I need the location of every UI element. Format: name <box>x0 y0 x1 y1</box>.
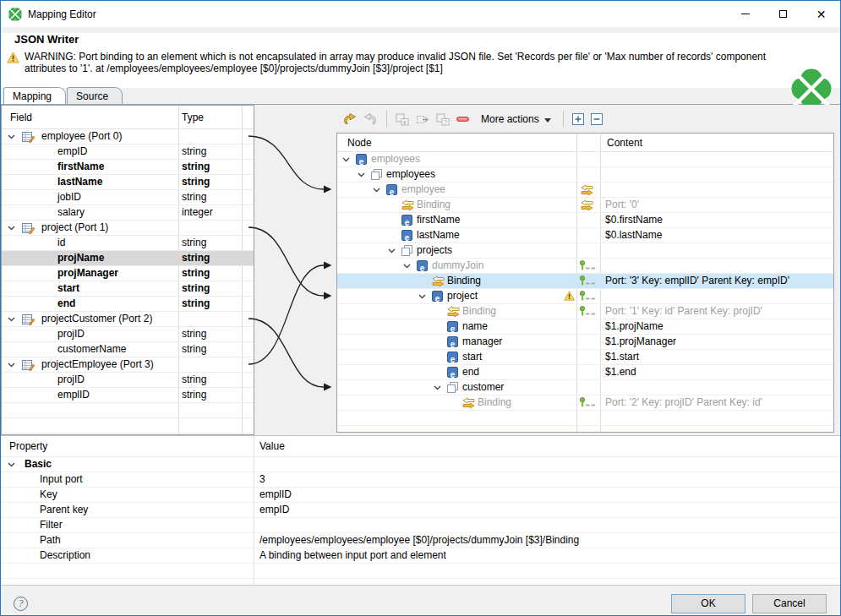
property-row[interactable]: Filter <box>1 518 840 533</box>
tree-row[interactable]: BindingPort: '2' Key: projID' Parent Key… <box>337 395 833 411</box>
empty-row <box>1 564 840 579</box>
more-actions-button[interactable]: More actions <box>476 113 554 125</box>
field-row[interactable]: idstring <box>2 236 254 251</box>
minimize-button[interactable] <box>726 1 764 27</box>
element-icon: e <box>447 321 458 332</box>
key-icon <box>579 260 599 271</box>
field-row[interactable]: salaryinteger <box>2 205 254 221</box>
chevron-down-icon[interactable] <box>8 226 15 231</box>
maximize-button[interactable] <box>764 1 802 27</box>
field-row[interactable]: customerNamestring <box>2 342 254 357</box>
port-row[interactable]: project (Port 1) <box>2 221 254 236</box>
chevron-down-icon[interactable] <box>418 294 426 299</box>
tree-row[interactable]: eproject <box>337 289 833 304</box>
chevron-down-icon[interactable] <box>388 248 396 253</box>
record-icon <box>22 222 35 235</box>
node-label: employees <box>386 167 435 182</box>
tree-row[interactable]: customer <box>337 380 833 395</box>
field-row[interactable]: projNamestring <box>2 251 254 266</box>
tree-row[interactable]: ename$1.projName <box>337 319 833 335</box>
tree-row[interactable]: eend$1.end <box>337 365 833 380</box>
arrowhead-icon <box>324 384 332 391</box>
chevron-down-icon[interactable] <box>8 363 15 368</box>
element-icon: e <box>447 352 458 363</box>
chevron-down-icon[interactable] <box>8 134 15 139</box>
dialog-footer: ? OK Cancel <box>1 585 840 616</box>
field-row[interactable]: projManagerstring <box>2 266 254 281</box>
tree-row[interactable]: estart$1.start <box>337 350 833 365</box>
key-icon <box>579 291 599 302</box>
cancel-button[interactable]: Cancel <box>752 594 827 613</box>
chevron-down-icon[interactable] <box>373 188 380 193</box>
field-label: emplID <box>57 388 90 402</box>
mapping-connectors <box>246 105 341 435</box>
field-row[interactable]: empIDstring <box>2 144 254 160</box>
tree-row[interactable]: emanager$1.projManager <box>337 335 833 350</box>
tree-row[interactable]: efirstName$0.firstName <box>337 213 833 228</box>
property-row[interactable]: DescriptionA binding between input port … <box>1 548 840 564</box>
field-type: string <box>182 251 210 265</box>
chevron-down-icon[interactable] <box>8 462 15 467</box>
add-element-icon <box>416 113 429 126</box>
tree-row[interactable]: BindingPort: '0' <box>337 198 833 213</box>
chevron-down-icon[interactable] <box>434 385 441 390</box>
arrowhead-icon <box>324 262 332 270</box>
field-row[interactable]: lastNamestring <box>2 175 254 190</box>
help-button[interactable]: ? <box>14 597 28 611</box>
collapse-all-icon[interactable] <box>591 113 603 125</box>
field-row[interactable]: firstNamestring <box>2 160 254 175</box>
chevron-down-icon[interactable] <box>403 264 411 269</box>
field-row[interactable]: endstring <box>2 297 254 312</box>
add-child-element-icon: e <box>396 113 409 126</box>
property-row[interactable]: Parent keyempID <box>1 503 840 518</box>
arrowhead-icon <box>324 186 332 194</box>
field-row[interactable]: startstring <box>2 281 254 297</box>
node-label: lastName <box>417 228 460 243</box>
port-row[interactable]: projectEmployee (Port 3) <box>2 357 254 373</box>
tab-source[interactable]: Source <box>67 87 123 104</box>
mapping-curve <box>248 136 324 189</box>
close-button[interactable]: ✕ <box>802 1 840 27</box>
expand-all-icon[interactable] <box>572 113 584 125</box>
field-type: integer <box>182 205 213 220</box>
property-row[interactable]: KeyemplID <box>1 488 840 503</box>
field-label: projManager <box>57 266 118 281</box>
ok-button[interactable]: OK <box>671 594 745 613</box>
tree-row[interactable]: projects <box>337 243 833 259</box>
chevron-down-icon[interactable] <box>342 157 350 162</box>
tree-row[interactable]: BindingPort: '3' Key: emplID' Parent Key… <box>337 274 833 289</box>
tree-row[interactable]: eemployees <box>337 152 833 167</box>
tree-row[interactable]: edummyJoin <box>337 259 833 274</box>
field-row[interactable]: projIDstring <box>2 373 254 388</box>
node-content: Port: '2' Key: projID' Parent Key: id' <box>605 395 762 410</box>
property-row[interactable]: Path/employees/employees/employee [$0]/p… <box>1 533 840 548</box>
field-row[interactable]: projIDstring <box>2 327 254 342</box>
port-label: project (Port 1) <box>41 221 108 235</box>
port-row[interactable]: employee (Port 0) <box>2 129 254 144</box>
field-type: string <box>182 388 206 402</box>
property-row[interactable]: Input port3 <box>1 472 840 488</box>
tab-mapping[interactable]: Mapping <box>3 87 66 104</box>
element-icon: e <box>356 154 367 165</box>
field-type: string <box>182 297 210 311</box>
property-label: Description <box>40 548 90 563</box>
tree-row[interactable]: eemployee <box>337 183 833 198</box>
chevron-down-icon[interactable] <box>8 317 15 322</box>
tree-row[interactable]: BindingPort: '1' Key: id' Parent Key: pr… <box>337 304 833 319</box>
tree-row[interactable]: employees <box>337 167 833 183</box>
field-row[interactable]: jobIDstring <box>2 190 254 205</box>
property-value: A binding between input port and element <box>259 548 446 563</box>
node-content: $0.lastName <box>605 228 662 243</box>
warning-icon <box>564 291 575 301</box>
remove-icon[interactable] <box>456 116 469 123</box>
record-icon <box>22 131 35 144</box>
node-content: Port: '0' <box>605 198 639 212</box>
field-row[interactable]: emplIDstring <box>2 388 254 403</box>
chevron-down-icon[interactable] <box>358 172 365 177</box>
undo-icon[interactable] <box>342 113 357 125</box>
add-wildcard-element-icon: ? <box>436 113 450 126</box>
port-row[interactable]: projectCustomer (Port 2) <box>2 312 254 327</box>
dialog-header: JSON Writer WARNING: Port binding to an … <box>1 33 840 88</box>
property-row[interactable]: Basic <box>1 457 840 472</box>
tree-row[interactable]: elastName$0.lastName <box>337 228 833 243</box>
